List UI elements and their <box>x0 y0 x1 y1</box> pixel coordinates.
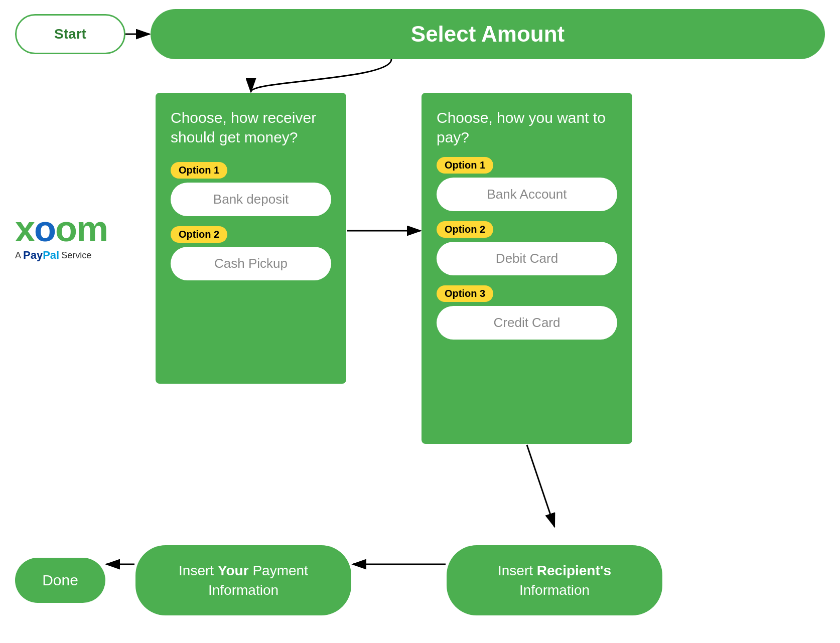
done-node: Done <box>15 558 105 603</box>
pay-option2-pill: Debit Card <box>437 242 617 275</box>
choose-pay-box: Choose, how you want to pay? Option 1 Ba… <box>422 93 632 444</box>
pay-option1-group: Option 1 Bank Account <box>437 157 617 211</box>
pay-option3-group: Option 3 Credit Card <box>437 285 617 340</box>
insert-payment-text: Insert Your Payment Information <box>156 561 331 600</box>
receiver-option2-pill: Cash Pickup <box>171 247 331 280</box>
receiver-option1-badge: Option 1 <box>171 162 227 179</box>
start-label: Start <box>54 26 86 42</box>
insert-payment-bold: Your <box>218 563 249 578</box>
receiver-option2-badge: Option 2 <box>171 226 227 243</box>
pay-option1-pill: Bank Account <box>437 178 617 211</box>
xoom-logo: xoom A PayPal Service <box>15 211 135 262</box>
receiver-option1-group: Option 1 Bank deposit <box>171 162 331 216</box>
done-label: Done <box>42 572 78 589</box>
tagline-a: A <box>15 250 21 261</box>
insert-recipient-text: Insert Recipient's Information <box>467 561 642 600</box>
choose-pay-title: Choose, how you want to pay? <box>437 108 617 147</box>
paypal-logo: PayPal <box>23 249 59 262</box>
xoom-wordmark: xoom <box>15 211 135 247</box>
select-amount-label: Select Amount <box>411 22 565 47</box>
pay-option3-badge: Option 3 <box>437 285 493 302</box>
insert-recipient-bold: Recipient's <box>537 563 611 578</box>
start-node: Start <box>15 14 125 54</box>
insert-recipient-node: Insert Recipient's Information <box>447 545 662 615</box>
service-text: Service <box>61 250 91 261</box>
diagram-container: Start Select Amount Choose, how receiver… <box>0 0 840 643</box>
paypal-pal: Pal <box>43 249 59 261</box>
arrows-svg <box>0 0 840 643</box>
pay-option2-badge: Option 2 <box>437 221 493 238</box>
receiver-option2-group: Option 2 Cash Pickup <box>171 226 331 280</box>
pay-option3-pill: Credit Card <box>437 306 617 340</box>
select-amount-bar: Select Amount <box>151 9 825 59</box>
pay-option1-badge: Option 1 <box>437 157 493 174</box>
choose-receiver-box: Choose, how receiver should get money? O… <box>156 93 346 384</box>
choose-receiver-title: Choose, how receiver should get money? <box>171 108 331 147</box>
paypal-tagline: A PayPal Service <box>15 249 135 262</box>
insert-payment-node: Insert Your Payment Information <box>135 545 351 615</box>
svg-line-3 <box>527 445 554 527</box>
receiver-option1-pill: Bank deposit <box>171 183 331 216</box>
pay-option2-group: Option 2 Debit Card <box>437 221 617 275</box>
paypal-pay: Pay <box>23 249 43 261</box>
